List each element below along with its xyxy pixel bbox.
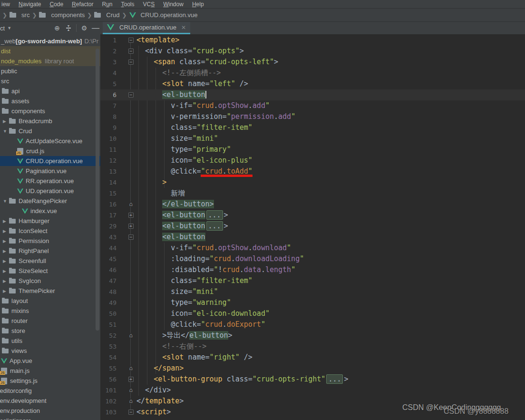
code-line-14[interactable]: 14 > <box>100 177 525 188</box>
chevron-expanded-icon[interactable]: ▼ <box>3 199 9 204</box>
tree-row-index.vue[interactable]: index.vue <box>0 206 100 216</box>
tree-row-crud.js[interactable]: crud.js <box>0 146 100 156</box>
tree-row-components[interactable]: components <box>0 106 100 116</box>
chevron-collapsed-icon[interactable]: ▶ <box>3 219 9 224</box>
fold-end-icon[interactable]: ⌂ <box>129 399 132 404</box>
code-line-101[interactable]: 101⌂ </div> <box>100 385 525 396</box>
chevron-collapsed-icon[interactable]: ▶ <box>3 119 9 124</box>
tree-row-permission[interactable]: ▶Permission <box>0 236 100 246</box>
breadcrumb-item-src[interactable]: src <box>10 11 29 19</box>
chevron-collapsed-icon[interactable]: ▶ <box>3 239 9 244</box>
code-line-8[interactable]: 8 v-permission="permission.add" <box>100 111 525 122</box>
menu-item-window[interactable]: Window <box>159 1 188 8</box>
code-line-55[interactable]: 55⌂ </span> <box>100 363 525 374</box>
code-line-53[interactable]: 53 <!--右侧--> <box>100 341 525 352</box>
tree-row-src[interactable]: src <box>0 76 100 86</box>
code-line-45[interactable]: 45 :loading="crud.downloadLoading" <box>100 254 525 264</box>
hide-panel-icon[interactable]: — <box>91 23 100 33</box>
chevron-collapsed-icon[interactable]: ▶ <box>3 289 9 293</box>
breadcrumb-item-crud[interactable]: Crud <box>94 11 119 19</box>
folded-code-icon[interactable]: ... <box>326 374 343 384</box>
menu-item-run[interactable]: Run <box>97 1 117 8</box>
fold-expand-icon[interactable]: + <box>128 377 134 382</box>
tree-scrollbar[interactable] <box>96 49 99 331</box>
fold-expand-icon[interactable]: + <box>128 224 134 229</box>
chevron-collapsed-icon[interactable]: ▶ <box>3 279 9 283</box>
tree-row-mixins[interactable]: mixins <box>0 306 100 316</box>
chevron-collapsed-icon[interactable]: ▶ <box>3 249 9 254</box>
code-line-16[interactable]: 16⌂ </el-button> <box>100 199 525 210</box>
tree-row-settings.js[interactable]: settings.js <box>0 376 100 386</box>
tree-row-project-root[interactable]: _web [go-sword-admin-web]D:\Pr <box>0 36 100 46</box>
code-line-54[interactable]: 54 <slot name="right" /> <box>100 352 525 363</box>
tree-row-themepicker[interactable]: ▶ThemePicker <box>0 286 100 296</box>
editor[interactable]: 1−<template>2− <div class="crud-opts">3−… <box>100 34 525 420</box>
fold-collapse-icon[interactable]: − <box>128 234 134 240</box>
code-line-15[interactable]: 15 新增 <box>100 188 525 199</box>
code-line-17[interactable]: 17+ <el-button...> <box>100 210 525 221</box>
code-line-52[interactable]: 52⌂ >导出</el-button> <box>100 330 525 341</box>
tree-row-sizeselect[interactable]: ▶SizeSelect <box>0 266 100 276</box>
code-line-47[interactable]: 47 class="filter-item" <box>100 275 525 286</box>
tree-row-assets[interactable]: assets <box>0 96 100 106</box>
code-line-10[interactable]: 10 size="mini" <box>100 133 525 144</box>
tree-row-svgicon[interactable]: ▶SvgIcon <box>0 276 100 286</box>
code-line-51[interactable]: 51 @click="crud.doExport" <box>100 319 525 330</box>
fold-collapse-icon[interactable]: − <box>128 49 134 54</box>
tree-row-dist[interactable]: dist <box>0 46 100 56</box>
tree-row-breadcrumb[interactable]: ▶Breadcrumb <box>0 116 100 126</box>
menu-item-refactor[interactable]: Refactor <box>68 1 97 8</box>
chevron-down-icon[interactable]: ▼ <box>7 26 11 30</box>
menu-item-navigate[interactable]: Navigate <box>14 1 45 8</box>
tree-row-public[interactable]: public <box>0 66 100 76</box>
fold-end-icon[interactable]: ⌂ <box>129 202 132 207</box>
tree-row-views[interactable]: views <box>0 346 100 356</box>
tree-row-app.vue[interactable]: App.vue <box>0 356 100 366</box>
tree-row-ud.operation.vue[interactable]: UD.operation.vue <box>0 186 100 196</box>
fold-collapse-icon[interactable]: − <box>128 410 134 415</box>
tree-row-rightpanel[interactable]: ▶RightPanel <box>0 246 100 256</box>
gear-icon[interactable]: ⚙ <box>79 23 89 33</box>
tab-crud-operation-vue[interactable]: CRUD.operation.vue ✕ <box>103 22 190 34</box>
tree-row-.env.production[interactable]: .env.production <box>0 406 100 416</box>
fold-end-icon[interactable]: ⌂ <box>129 333 132 338</box>
code-line-56[interactable]: 56+ <el-button-group class="crud-opts-ri… <box>100 374 525 385</box>
tree-row-screenfull[interactable]: ▶Screenfull <box>0 256 100 266</box>
code-line-13[interactable]: 13 @click="crud.toAdd" <box>100 166 525 177</box>
code-line-7[interactable]: 7 v-if="crud.optShow.add" <box>100 100 525 111</box>
menu-item-tools[interactable]: Tools <box>117 1 139 8</box>
code-line-5[interactable]: 5 <slot name="left" /> <box>100 78 525 89</box>
close-icon[interactable]: ✕ <box>181 24 186 31</box>
code-line-4[interactable]: 4 <!--左侧插槽--> <box>100 68 525 78</box>
folded-code-icon[interactable]: ... <box>206 221 223 231</box>
code-line-3[interactable]: 3− <span class="crud-opts-left"> <box>100 57 525 68</box>
menu-item-vcs[interactable]: VCS <box>139 1 159 8</box>
code-line-29[interactable]: 29+ <el-button...> <box>100 221 525 232</box>
tree-row-.eslintignore[interactable]: .eslintignore <box>0 416 100 420</box>
code-line-48[interactable]: 48 size="mini" <box>100 286 525 297</box>
project-panel-title[interactable]: ct <box>0 25 5 32</box>
chevron-expanded-icon[interactable]: ▼ <box>3 129 9 134</box>
code-line-12[interactable]: 12 icon="el-icon-plus" <box>100 155 525 166</box>
fold-end-icon[interactable]: ⌂ <box>129 366 132 371</box>
menu-item-help[interactable]: Help <box>188 1 208 8</box>
tree-row-router[interactable]: router <box>0 316 100 326</box>
fold-collapse-icon[interactable]: − <box>128 92 134 98</box>
code-line-50[interactable]: 50 icon="el-icon-download" <box>100 308 525 319</box>
code-line-44[interactable]: 44 v-if="crud.optShow.download" <box>100 243 525 254</box>
code-line-2[interactable]: 2− <div class="crud-opts"> <box>100 46 525 57</box>
code-line-46[interactable]: 46 :disabled="!crud.data.length" <box>100 264 525 275</box>
tree-row-hamburger[interactable]: ▶Hamburger <box>0 216 100 226</box>
tree-row-.editorconfig[interactable]: .editorconfig <box>0 386 100 396</box>
tree-row-pagination.vue[interactable]: Pagination.vue <box>0 166 100 176</box>
tree-row-layout[interactable]: layout <box>0 296 100 306</box>
tree-row-crud[interactable]: ▼Crud <box>0 126 100 136</box>
folded-code-icon[interactable]: ... <box>206 210 223 220</box>
breadcrumb-item-components[interactable]: components <box>39 11 85 19</box>
collapse-all-icon[interactable]: ▼▲ <box>64 23 73 33</box>
code-line-49[interactable]: 49 type="warning" <box>100 297 525 308</box>
code-line-6[interactable]: 6− <el-button <box>100 89 525 100</box>
tree-row-api[interactable]: api <box>0 86 100 96</box>
tree-row-rr.operation.vue[interactable]: RR.operation.vue <box>0 176 100 186</box>
chevron-collapsed-icon[interactable]: ▶ <box>3 269 9 273</box>
